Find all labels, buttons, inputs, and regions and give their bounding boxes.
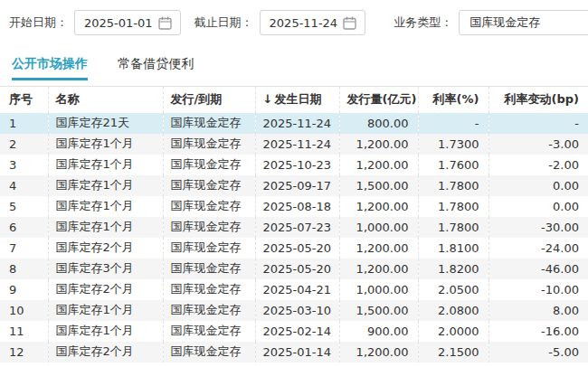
cell-issue-maturity: 国库现金定存 <box>163 217 255 238</box>
tab-bar: 公开市场操作 常备借贷便利 <box>12 56 588 80</box>
cell-issue-maturity: 国库现金定存 <box>163 342 255 362</box>
table-row[interactable]: 9 国库定存2个月 国库现金定存 2025-04-21 1,000.00 2.0… <box>0 279 588 300</box>
cell-issue-maturity: 国库现金定存 <box>163 134 255 155</box>
cell-rate-change: -30.00 <box>488 217 588 238</box>
cell-date: 2025-10-23 <box>255 155 339 175</box>
cell-seq: 12 <box>0 342 48 362</box>
cell-volume: 1,200.00 <box>339 134 418 155</box>
sort-desc-icon[interactable]: ↓ <box>263 92 273 106</box>
tab-open-market-operations[interactable]: 公开市场操作 <box>12 56 88 80</box>
end-date-input[interactable]: 2025-11-24 <box>260 10 366 35</box>
cell-volume: 1,500.00 <box>339 175 418 196</box>
table-row[interactable]: 10 国库定存1个月 国库现金定存 2025-03-10 1,500.00 2.… <box>0 300 588 321</box>
cell-rate: - <box>418 113 488 134</box>
cell-name: 国库定存1个月 <box>48 175 163 196</box>
table-row[interactable]: 5 国库定存1个月 国库现金定存 2025-08-18 1,200.00 1.7… <box>0 196 588 217</box>
table-row[interactable]: 8 国库定存3个月 国库现金定存 2025-05-20 1,200.00 1.8… <box>0 259 588 279</box>
cell-issue-maturity: 国库现金定存 <box>163 321 255 342</box>
cell-issue-maturity: 国库现金定存 <box>163 113 255 134</box>
start-date-input[interactable]: 2025-01-01 <box>74 10 181 35</box>
cell-rate: 2.0500 <box>418 279 488 300</box>
cell-name: 国库定存2个月 <box>48 238 163 259</box>
cell-rate-change: -16.00 <box>488 321 588 342</box>
cell-rate: 2.0800 <box>418 300 488 321</box>
table-row[interactable]: 3 国库定存1个月 国库现金定存 2025-10-23 1,200.00 1.7… <box>0 155 588 175</box>
cell-rate-change: 0.00 <box>488 196 588 217</box>
cell-name: 国库定存1个月 <box>48 196 163 217</box>
col-header-seq[interactable]: 序号 <box>0 87 48 113</box>
cell-seq: 6 <box>0 217 48 238</box>
business-type-select[interactable]: 国库现金定存 <box>459 10 588 35</box>
table-row[interactable]: 6 国库定存1个月 国库现金定存 2025-07-23 1,000.00 1.7… <box>0 217 588 238</box>
col-header-rate[interactable]: 利率(%) <box>418 87 488 113</box>
table-row[interactable]: 2 国库定存1个月 国库现金定存 2025-11-24 1,200.00 1.7… <box>0 134 588 155</box>
table-row[interactable]: 4 国库定存1个月 国库现金定存 2025-09-17 1,500.00 1.7… <box>0 175 588 196</box>
cell-volume: 1,200.00 <box>339 259 418 279</box>
cell-rate: 1.8200 <box>418 259 488 279</box>
cell-name: 国库定存1个月 <box>48 134 163 155</box>
cell-issue-maturity: 国库现金定存 <box>163 196 255 217</box>
cell-rate: 1.7800 <box>418 217 488 238</box>
end-date-label: 截止日期： <box>194 14 253 31</box>
cell-date: 2025-11-24 <box>255 113 339 134</box>
cell-seq: 5 <box>0 196 48 217</box>
cell-date: 2025-05-20 <box>255 238 339 259</box>
table-header-row: 序号 名称 发行/到期 ↓发生日期 发行量(亿元) 利率(%) 利率变动(bp) <box>0 87 588 113</box>
business-type-value: 国库现金定存 <box>469 14 540 31</box>
table-row[interactable]: 12 国库定存2个月 国库现金定存 2025-01-14 1,200.00 2.… <box>0 342 588 362</box>
table-body: 1 国库定存21天 国库现金定存 2025-11-24 800.00 - - 2… <box>0 113 588 362</box>
col-header-rate-change[interactable]: 利率变动(bp) <box>488 87 588 113</box>
col-header-volume[interactable]: 发行量(亿元) <box>339 87 418 113</box>
col-header-date[interactable]: ↓发生日期 <box>255 87 339 113</box>
cell-date: 2025-11-24 <box>255 134 339 155</box>
end-date-value: 2025-11-24 <box>270 16 338 30</box>
table-row[interactable]: 11 国库定存1个月 国库现金定存 2025-02-14 900.00 2.00… <box>0 321 588 342</box>
cell-rate-change: 8.00 <box>488 300 588 321</box>
cell-name: 国库定存3个月 <box>48 259 163 279</box>
cell-rate-change: 0.00 <box>488 175 588 196</box>
col-header-issue-maturity[interactable]: 发行/到期 <box>163 87 255 113</box>
cell-volume: 1,200.00 <box>339 155 418 175</box>
table-row[interactable]: 7 国库定存2个月 国库现金定存 2025-05-20 1,200.00 1.8… <box>0 238 588 259</box>
business-type-label: 业务类型： <box>394 14 452 31</box>
calendar-icon[interactable] <box>343 16 356 30</box>
cell-date: 2025-04-21 <box>255 279 339 300</box>
cell-date: 2025-07-23 <box>255 217 339 238</box>
tab-standing-lending-facility[interactable]: 常备借贷便利 <box>118 56 194 80</box>
cell-name: 国库定存1个月 <box>48 217 163 238</box>
cell-volume: 1,200.00 <box>339 238 418 259</box>
cell-rate: 1.7800 <box>418 196 488 217</box>
cell-seq: 10 <box>0 300 48 321</box>
cell-volume: 1,200.00 <box>339 342 418 362</box>
cell-rate: 2.1500 <box>418 342 488 362</box>
cell-rate: 1.7800 <box>418 175 488 196</box>
col-header-name[interactable]: 名称 <box>48 87 163 113</box>
cell-issue-maturity: 国库现金定存 <box>163 155 255 175</box>
cell-date: 2025-09-17 <box>255 175 339 196</box>
cell-date: 2025-02-14 <box>255 321 339 342</box>
cell-seq: 11 <box>0 321 48 342</box>
cell-rate: 2.0000 <box>418 321 488 342</box>
table-row[interactable]: 1 国库定存21天 国库现金定存 2025-11-24 800.00 - - <box>0 113 588 134</box>
cell-volume: 1,500.00 <box>339 300 418 321</box>
cell-volume: 1,200.00 <box>339 196 418 217</box>
cell-volume: 1,000.00 <box>339 217 418 238</box>
calendar-icon[interactable] <box>158 16 172 30</box>
cell-rate: 1.8100 <box>418 238 488 259</box>
cell-name: 国库定存1个月 <box>48 155 163 175</box>
cell-rate-change: -5.00 <box>488 342 588 362</box>
cell-date: 2025-08-18 <box>255 196 339 217</box>
cell-issue-maturity: 国库现金定存 <box>163 300 255 321</box>
cell-name: 国库定存1个月 <box>48 300 163 321</box>
cell-date: 2025-03-10 <box>255 300 339 321</box>
cell-seq: 7 <box>0 238 48 259</box>
cell-issue-maturity: 国库现金定存 <box>163 175 255 196</box>
cell-issue-maturity: 国库现金定存 <box>163 259 255 279</box>
cell-date: 2025-01-14 <box>255 342 339 362</box>
cell-rate-change: -46.00 <box>488 259 588 279</box>
filter-bar: 开始日期： 2025-01-01 截止日期： 2025-11-24 业务类型： … <box>0 0 588 35</box>
cell-name: 国库定存1个月 <box>48 321 163 342</box>
cell-rate-change: -24.00 <box>488 238 588 259</box>
operations-table: 序号 名称 发行/到期 ↓发生日期 发行量(亿元) 利率(%) 利率变动(bp)… <box>0 86 588 362</box>
cell-rate-change: -2.00 <box>488 155 588 175</box>
